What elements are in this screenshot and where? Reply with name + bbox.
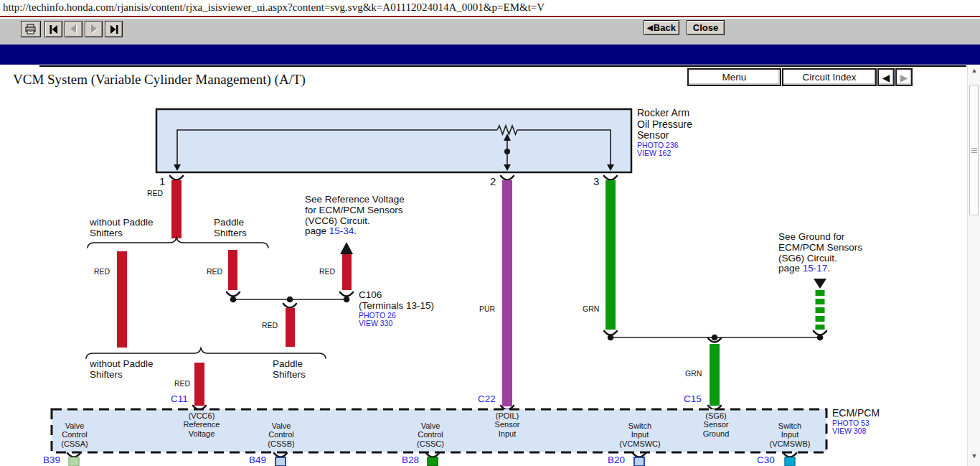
page-link-15-17[interactable]: 15-17 bbox=[803, 263, 828, 274]
ground-arrow-icon bbox=[814, 279, 826, 289]
wire-color-label: RED bbox=[262, 321, 278, 330]
ecm-view-link[interactable]: VIEW 308 bbox=[832, 427, 880, 436]
stub-b28 bbox=[428, 457, 438, 466]
wire-red-junction-lower bbox=[286, 308, 295, 347]
isis-viewer-page: http://techinfo.honda.com/rjanisis/conte… bbox=[0, 0, 980, 466]
stub-b39 bbox=[69, 457, 79, 466]
ecm-terminal-vcmswb: SwitchInput(VCMSWB) bbox=[770, 421, 811, 448]
wire-color-label: PUR bbox=[479, 304, 495, 313]
splice-lines bbox=[233, 299, 820, 337]
stub-c30 bbox=[785, 457, 795, 466]
ref-voltage-arrow-icon bbox=[340, 242, 353, 254]
wire-green-pin3 bbox=[606, 180, 616, 330]
wire-color-label: RED bbox=[174, 379, 190, 388]
page-link-15-34[interactable]: 15-34 bbox=[329, 225, 354, 236]
wire-red-pin1 bbox=[171, 180, 182, 238]
wire-red-c11 bbox=[194, 363, 204, 406]
wire-color-label: RED bbox=[207, 267, 222, 276]
ecm-label: ECM/PCM PHOTO 53 VIEW 308 bbox=[832, 408, 880, 436]
ecm-pin-b28[interactable]: B28 bbox=[402, 455, 419, 465]
ref-voltage-note: See Reference Voltage for ECM/PCM Sensor… bbox=[305, 195, 405, 237]
ecm-terminal-vcc6: (VCC6)ReferenceVoltage bbox=[184, 411, 220, 438]
ecm-pin-b20[interactable]: B20 bbox=[608, 455, 625, 465]
wire-green-dashed-ground bbox=[816, 290, 825, 330]
sensor-view-link[interactable]: VIEW 162 bbox=[637, 149, 692, 158]
ground-note: See Ground for ECM/PCM Sensors (SG6) Cir… bbox=[778, 232, 862, 274]
ecm-terminal-cssc: ValveControl(CSSC) bbox=[417, 421, 444, 448]
c106-label: C106 (Terminals 13-15) PHOTO 26 VIEW 330 bbox=[359, 290, 434, 328]
wire-color-label: GRN bbox=[685, 369, 702, 378]
ecm-terminal-sg6: (SG6)SensorGround bbox=[703, 411, 730, 438]
ecm-pin-b39[interactable]: B39 bbox=[43, 455, 60, 465]
sensor-label: Rocker Arm Oil Pressure Sensor PHOTO 236… bbox=[637, 108, 692, 158]
variant-label-paddle-bottom: PaddleShifters bbox=[273, 359, 306, 381]
wire-red-paddle bbox=[228, 250, 237, 290]
stub-b20 bbox=[634, 457, 644, 466]
pin-2-number: 2 bbox=[490, 175, 496, 187]
connector-c15[interactable]: C15 bbox=[684, 393, 702, 404]
stub-b49 bbox=[275, 457, 286, 466]
ecm-terminal-cssb: ValveControl(CSSB) bbox=[268, 421, 294, 448]
c106-view-link[interactable]: VIEW 330 bbox=[359, 320, 434, 328]
ecm-terminal-poil: (POIL)SensorInput bbox=[495, 411, 520, 438]
wire-color-label: RED bbox=[319, 267, 335, 276]
variant-label-without-paddle-top: without PaddleShifters bbox=[90, 218, 154, 239]
ecm-terminal-vcmswc: SwitchInput(VCMSWC) bbox=[619, 421, 660, 448]
variant-label-without-paddle-bottom: without PaddleShifters bbox=[90, 359, 154, 381]
pin-1-number: 1 bbox=[159, 175, 165, 187]
wire-red-to-ref-voltage bbox=[342, 253, 352, 290]
wire-color-label: RED bbox=[147, 189, 163, 197]
sensor-box bbox=[156, 109, 631, 172]
pin-3-number: 3 bbox=[593, 175, 599, 187]
connector-c22[interactable]: C22 bbox=[478, 393, 496, 404]
variant-label-paddle-top: PaddleShifters bbox=[214, 218, 247, 239]
splice-dots bbox=[230, 297, 824, 341]
wire-red-without-paddle bbox=[117, 251, 127, 348]
wire-green-c15 bbox=[710, 344, 720, 406]
connector-c11[interactable]: C11 bbox=[171, 393, 188, 404]
wire-color-label: GRN bbox=[583, 304, 599, 313]
ecm-pin-c30[interactable]: C30 bbox=[757, 455, 775, 465]
ecm-pin-b49[interactable]: B49 bbox=[249, 455, 266, 465]
wire-color-label: RED bbox=[94, 267, 110, 276]
ecm-terminal-cssa: ValveControl(CSSA) bbox=[61, 421, 88, 448]
wire-purple-pin2 bbox=[502, 180, 512, 406]
